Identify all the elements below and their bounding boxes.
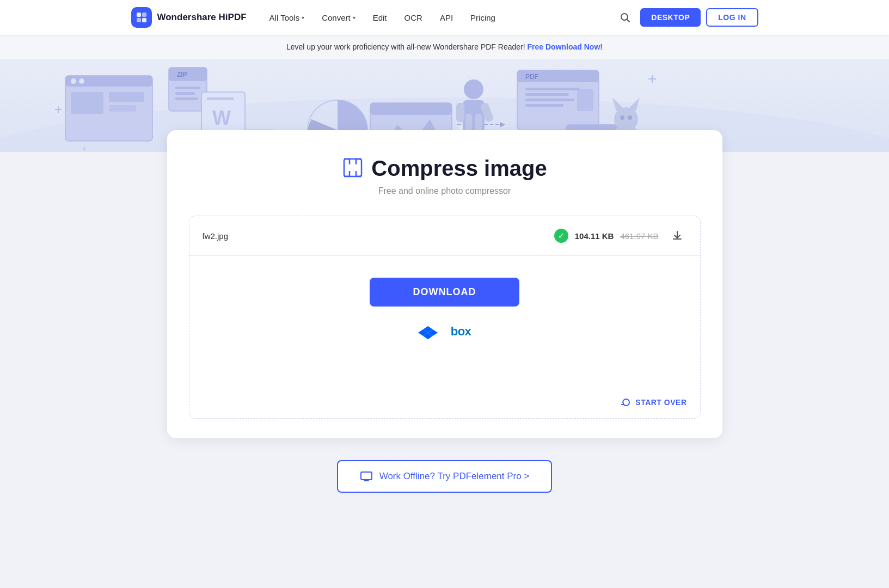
svg-rect-12 — [109, 92, 144, 102]
success-icon: ✓ — [554, 229, 568, 243]
logo-area[interactable]: Wondershare HiPDF — [131, 7, 247, 28]
login-button[interactable]: LOG IN — [706, 8, 758, 27]
svg-rect-42 — [525, 93, 569, 96]
logo-text: Wondershare HiPDF — [157, 12, 247, 23]
file-name: fw2.jpg — [203, 231, 545, 241]
nav-item-alltools[interactable]: All Tools ▾ — [262, 9, 312, 27]
svg-rect-1 — [142, 13, 146, 17]
download-button[interactable]: DOWNLOAD — [370, 278, 520, 307]
svg-rect-41 — [525, 88, 580, 90]
file-area: fw2.jpg ✓ 104.11 KB 461.97 KB DOWNLOAD — [189, 216, 701, 419]
svg-rect-13 — [109, 105, 136, 112]
start-over-label: START OVER — [635, 398, 686, 407]
offline-banner: Work Offline? Try PDFelement Pro > — [167, 460, 722, 493]
svg-rect-8 — [65, 76, 152, 87]
nav-item-edit[interactable]: Edit — [365, 9, 395, 27]
svg-text:W: W — [212, 107, 231, 129]
svg-rect-0 — [137, 13, 141, 17]
box-button[interactable]: box — [451, 324, 471, 339]
offline-label: Work Offline? Try PDFelement Pro > — [379, 471, 530, 482]
svg-rect-45 — [577, 89, 593, 111]
tool-title-row: Compress image — [342, 156, 547, 181]
tool-card: Compress image Free and online photo com… — [167, 130, 722, 438]
svg-line-5 — [627, 20, 630, 22]
svg-rect-2 — [137, 18, 141, 22]
svg-rect-44 — [525, 104, 563, 107]
file-download-button[interactable] — [667, 226, 687, 246]
svg-rect-3 — [142, 18, 146, 22]
svg-text:+: + — [648, 70, 657, 87]
nav-item-ocr[interactable]: OCR — [397, 9, 430, 27]
offline-button[interactable]: Work Offline? Try PDFelement Pro > — [337, 460, 553, 493]
svg-point-52 — [614, 107, 638, 131]
desktop-button[interactable]: DESKTOP — [640, 8, 701, 27]
start-over-button[interactable]: START OVER — [621, 397, 686, 407]
svg-rect-18 — [175, 92, 195, 95]
svg-point-56 — [628, 115, 632, 120]
svg-rect-61 — [344, 159, 361, 176]
file-row: fw2.jpg ✓ 104.11 KB 461.97 KB — [189, 216, 700, 256]
nav-actions: DESKTOP LOG IN — [615, 8, 758, 27]
main-content: Compress image Free and online photo com… — [145, 130, 744, 493]
svg-rect-34 — [456, 103, 464, 122]
tool-header: Compress image Free and online photo com… — [189, 156, 701, 196]
compress-image-icon — [342, 157, 364, 181]
file-size-new: 104.11 KB — [575, 231, 614, 241]
cloud-storage: box — [418, 322, 471, 341]
banner-text: Level up your work proficiency with all-… — [286, 42, 525, 51]
svg-rect-27 — [370, 103, 452, 115]
nav-item-convert[interactable]: Convert ▾ — [314, 9, 363, 27]
navbar: Wondershare HiPDF All Tools ▾ Convert ▾ … — [0, 0, 889, 35]
download-section: DOWNLOAD box — [189, 256, 700, 397]
svg-rect-15 — [169, 68, 207, 81]
search-button[interactable] — [615, 8, 635, 27]
svg-point-32 — [464, 79, 483, 99]
svg-point-9 — [71, 78, 76, 84]
nav-item-api[interactable]: API — [432, 9, 461, 27]
file-info: ✓ 104.11 KB 461.97 KB — [554, 229, 659, 243]
svg-text:+: + — [54, 102, 62, 117]
file-size-old: 461.97 KB — [620, 231, 658, 241]
dropbox-button[interactable] — [418, 322, 438, 341]
svg-text:PDF: PDF — [525, 73, 538, 81]
svg-rect-11 — [71, 92, 103, 114]
svg-rect-19 — [175, 97, 198, 100]
svg-rect-22 — [207, 97, 234, 100]
nav-links: All Tools ▾ Convert ▾ Edit OCR API Prici… — [262, 9, 611, 27]
tool-title: Compress image — [371, 156, 547, 181]
banner-link[interactable]: Free Download Now! — [528, 42, 603, 51]
svg-rect-17 — [175, 87, 200, 89]
svg-rect-43 — [525, 99, 574, 101]
svg-text:ZIP: ZIP — [177, 71, 187, 78]
chevron-down-icon: ▾ — [302, 15, 304, 21]
svg-point-10 — [79, 78, 84, 84]
start-over-row: START OVER — [189, 397, 700, 418]
tool-subtitle: Free and online photo compressor — [378, 186, 511, 196]
promo-banner: Level up your work proficiency with all-… — [0, 35, 889, 59]
svg-text:+: + — [82, 144, 87, 152]
logo-icon — [131, 7, 152, 28]
chevron-down-icon: ▾ — [353, 15, 355, 21]
svg-point-55 — [620, 115, 624, 120]
svg-rect-62 — [361, 472, 372, 480]
nav-item-pricing[interactable]: Pricing — [463, 9, 503, 27]
box-logo-text: box — [451, 324, 471, 338]
